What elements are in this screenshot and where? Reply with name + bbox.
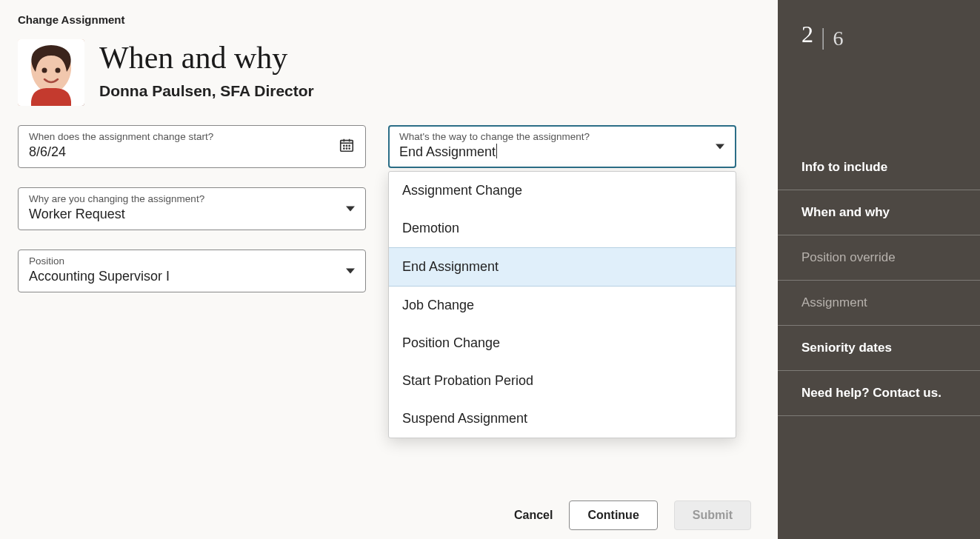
change-way-label: What's the way to change the assignment?	[399, 131, 725, 143]
svg-point-1	[42, 68, 47, 73]
sidebar-item[interactable]: When and why	[778, 190, 980, 235]
reason-value: Worker Request	[29, 206, 355, 223]
sidebar-item[interactable]: Position override	[778, 235, 980, 281]
breadcrumb: Change Assignment	[18, 13, 757, 26]
svg-point-9	[349, 145, 350, 146]
svg-point-12	[349, 148, 350, 149]
step-indicator: 2 | 6	[801, 21, 980, 48]
svg-point-10	[344, 148, 344, 149]
change-way-field[interactable]: What's the way to change the assignment?…	[388, 125, 736, 168]
chevron-down-icon[interactable]	[346, 269, 355, 274]
continue-button[interactable]: Continue	[569, 500, 657, 530]
reason-label: Why are you changing the assignment?	[29, 193, 355, 205]
sidebar-item[interactable]: Seniority dates	[778, 326, 980, 371]
dropdown-option[interactable]: Position Change	[389, 324, 736, 362]
dropdown-option[interactable]: Start Probation Period	[389, 362, 736, 400]
cancel-button[interactable]: Cancel	[514, 509, 553, 522]
calendar-icon[interactable]	[339, 137, 355, 156]
step-total: 6	[833, 27, 843, 50]
change-way-value: End Assignment	[399, 144, 725, 161]
help-link[interactable]: Need help? Contact us.	[778, 371, 980, 416]
position-value: Accounting Supervisor I	[29, 268, 355, 285]
step-current: 2	[801, 21, 813, 48]
start-date-field[interactable]: When does the assignment change start? 8…	[18, 125, 366, 168]
svg-point-11	[346, 148, 347, 149]
svg-point-8	[346, 145, 347, 146]
start-date-label: When does the assignment change start?	[29, 131, 355, 143]
step-separator: |	[821, 24, 825, 48]
chevron-down-icon[interactable]	[346, 207, 355, 212]
svg-point-2	[56, 68, 61, 73]
dropdown-option[interactable]: Demotion	[389, 210, 736, 247]
person-subtitle: Donna Paulsen, SFA Director	[99, 82, 314, 100]
sidebar: 2 | 6 Info to includeWhen and whyPositio…	[778, 0, 980, 539]
dropdown-option[interactable]: Suspend Assignment	[389, 400, 736, 438]
page-title: When and why	[99, 41, 314, 75]
submit-button: Submit	[674, 500, 751, 530]
change-way-dropdown: Assignment ChangeDemotionEnd AssignmentJ…	[388, 171, 736, 438]
dropdown-option[interactable]: End Assignment	[389, 247, 736, 287]
position-field[interactable]: Position Accounting Supervisor I	[18, 250, 366, 292]
position-label: Position	[29, 255, 355, 267]
svg-point-7	[344, 145, 344, 146]
chevron-down-icon[interactable]	[716, 144, 724, 150]
sidebar-item[interactable]: Assignment	[778, 281, 980, 326]
dropdown-option[interactable]: Job Change	[389, 287, 736, 324]
avatar	[18, 39, 84, 106]
dropdown-option[interactable]: Assignment Change	[389, 172, 736, 210]
active-step-arrow-icon	[767, 202, 778, 223]
reason-field[interactable]: Why are you changing the assignment? Wor…	[18, 187, 366, 230]
start-date-value: 8/6/24	[29, 144, 355, 161]
sidebar-item[interactable]: Info to include	[778, 144, 980, 190]
